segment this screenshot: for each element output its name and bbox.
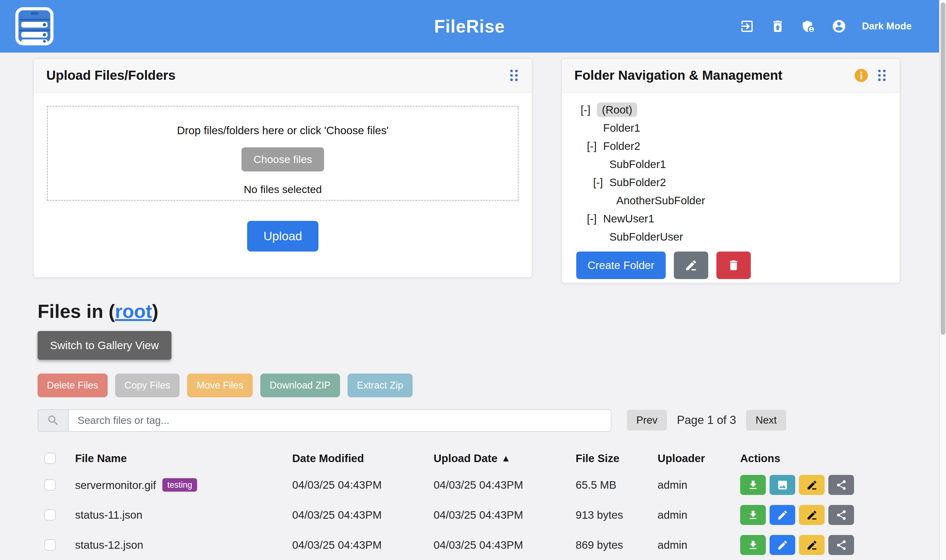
info-icon[interactable] xyxy=(854,68,868,83)
rename-file-button[interactable] xyxy=(799,505,824,525)
tree-item-folder2[interactable]: [-]Folder2 xyxy=(576,137,900,155)
tree-toggle[interactable]: [-] xyxy=(587,212,603,225)
tree-item-newuser1[interactable]: [-]NewUser1 xyxy=(576,209,900,228)
column-file-name[interactable]: File Name xyxy=(75,452,127,465)
tree-item-subfolder2[interactable]: [-]SubFolder2 xyxy=(576,173,900,191)
next-page-button[interactable]: Next xyxy=(746,410,786,431)
upload-card: Upload Files/Folders Drop files/folders … xyxy=(33,58,532,278)
download-button[interactable] xyxy=(740,475,766,495)
trash-icon xyxy=(727,259,740,272)
folder-navigation-card: Folder Navigation & Management [-](Root)… xyxy=(561,58,900,283)
uploader: admin xyxy=(658,509,687,521)
drag-handle-icon[interactable] xyxy=(509,69,519,82)
upload-date: 04/03/25 04:43PM xyxy=(434,478,523,491)
column-date-modified[interactable]: Date Modified xyxy=(292,452,364,465)
extract-zip-button[interactable]: Extract Zip xyxy=(348,374,412,397)
create-folder-button[interactable]: Create Folder xyxy=(576,252,666,279)
tree-label[interactable]: Folder1 xyxy=(603,122,640,134)
tree-label[interactable]: AnotherSubFolder xyxy=(616,194,705,207)
search-input[interactable] xyxy=(68,409,611,432)
row-checkbox[interactable] xyxy=(45,539,56,551)
share-icon xyxy=(835,479,847,491)
drag-handle-icon[interactable] xyxy=(877,69,887,82)
column-upload-date-label: Upload Date xyxy=(434,452,497,465)
select-all-checkbox[interactable] xyxy=(45,453,56,464)
logout-icon[interactable] xyxy=(740,19,755,34)
tree-item-subfolderuser[interactable]: SubFolderUser xyxy=(576,228,900,246)
tree-label[interactable]: NewUser1 xyxy=(603,212,654,225)
share-icon xyxy=(835,539,847,551)
file-name[interactable]: status-12.json xyxy=(75,539,143,551)
files-heading: Files in (root) xyxy=(37,300,158,322)
tree-label[interactable]: SubFolder2 xyxy=(609,176,666,189)
column-uploader[interactable]: Uploader xyxy=(658,452,705,465)
pagination: Prev Page 1 of 3 Next xyxy=(627,410,786,431)
share-file-button[interactable] xyxy=(828,475,854,495)
uploader: admin xyxy=(658,539,687,551)
upload-dropzone[interactable]: Drop files/folders here or click 'Choose… xyxy=(47,106,519,201)
tree-label[interactable]: SubFolder1 xyxy=(609,158,666,171)
column-upload-date[interactable]: Upload Date▲ xyxy=(434,452,511,465)
share-file-button[interactable] xyxy=(828,535,854,555)
tree-item-subfolder1[interactable]: SubFolder1 xyxy=(576,155,900,173)
bulk-actions-row: Delete Files Copy Files Move Files Downl… xyxy=(37,374,412,397)
rename-folder-button[interactable] xyxy=(674,252,708,279)
tree-toggle[interactable]: [-] xyxy=(593,176,609,189)
tree-item-folder1[interactable]: Folder1 xyxy=(576,119,900,137)
upload-button[interactable]: Upload xyxy=(247,221,318,252)
tree-item-root[interactable]: [-](Root) xyxy=(576,101,900,119)
admin-shield-icon[interactable] xyxy=(801,19,816,34)
page-indicator: Page 1 of 3 xyxy=(677,414,736,427)
download-icon xyxy=(748,509,759,521)
file-size: 913 bytes xyxy=(575,509,623,521)
search-bar xyxy=(37,409,611,432)
column-file-size[interactable]: File Size xyxy=(575,452,619,465)
move-files-button[interactable]: Move Files xyxy=(187,374,253,397)
tree-item-anothersubfolder[interactable]: AnotherSubFolder xyxy=(576,191,900,209)
row-checkbox[interactable] xyxy=(45,509,56,521)
preview-image-button[interactable] xyxy=(769,475,795,495)
restore-trash-icon[interactable] xyxy=(770,19,785,34)
file-name[interactable]: servermonitor.gif xyxy=(75,478,156,491)
download-button[interactable] xyxy=(740,505,766,525)
upload-date: 04/03/25 04:43PM xyxy=(434,509,523,521)
rename-file-button[interactable] xyxy=(799,475,824,495)
tree-label[interactable]: Folder2 xyxy=(603,140,640,152)
prev-page-button[interactable]: Prev xyxy=(627,410,667,431)
download-icon xyxy=(748,479,759,491)
tree-toggle[interactable]: [-] xyxy=(581,103,597,116)
scrollbar-thumb[interactable] xyxy=(941,3,945,335)
edit-file-button[interactable] xyxy=(769,505,795,525)
root-folder-link[interactable]: root xyxy=(115,301,152,322)
download-button[interactable] xyxy=(740,535,766,555)
rename-icon xyxy=(806,509,818,521)
date-modified: 04/03/25 04:43PM xyxy=(292,509,381,521)
file-table: File Name Date Modified Upload Date▲ Fil… xyxy=(0,447,939,560)
edit-file-button[interactable] xyxy=(769,535,795,555)
share-file-button[interactable] xyxy=(828,505,854,525)
account-circle-icon[interactable] xyxy=(832,19,846,34)
tree-label[interactable]: SubFolderUser xyxy=(609,231,683,243)
table-header-row: File Name Date Modified Upload Date▲ Fil… xyxy=(0,447,939,470)
delete-folder-button[interactable] xyxy=(716,252,751,279)
rename-file-button[interactable] xyxy=(799,535,824,555)
search-icon xyxy=(37,409,68,432)
copy-files-button[interactable]: Copy Files xyxy=(115,374,180,397)
folder-card-header: Folder Navigation & Management xyxy=(562,59,900,92)
edit-icon xyxy=(777,539,788,551)
delete-files-button[interactable]: Delete Files xyxy=(37,374,108,397)
download-zip-button[interactable]: Download ZIP xyxy=(260,374,340,397)
edit-icon xyxy=(777,509,788,521)
tree-label-selected[interactable]: (Root) xyxy=(597,103,637,117)
tree-toggle[interactable]: [-] xyxy=(587,140,603,152)
switch-gallery-view-button[interactable]: Switch to Gallery View xyxy=(37,331,171,360)
files-heading-prefix: Files in ( xyxy=(37,301,115,322)
pencil-icon xyxy=(685,259,698,272)
file-name[interactable]: status-11.json xyxy=(75,509,142,521)
table-row: status-11.json 04/03/25 04:43PM 04/03/25… xyxy=(0,500,939,530)
row-checkbox[interactable] xyxy=(45,479,56,491)
files-heading-suffix: ) xyxy=(152,301,158,322)
dark-mode-toggle[interactable]: Dark Mode xyxy=(862,21,912,32)
scrollbar-track[interactable] xyxy=(939,0,946,560)
choose-files-button[interactable]: Choose files xyxy=(241,147,324,171)
